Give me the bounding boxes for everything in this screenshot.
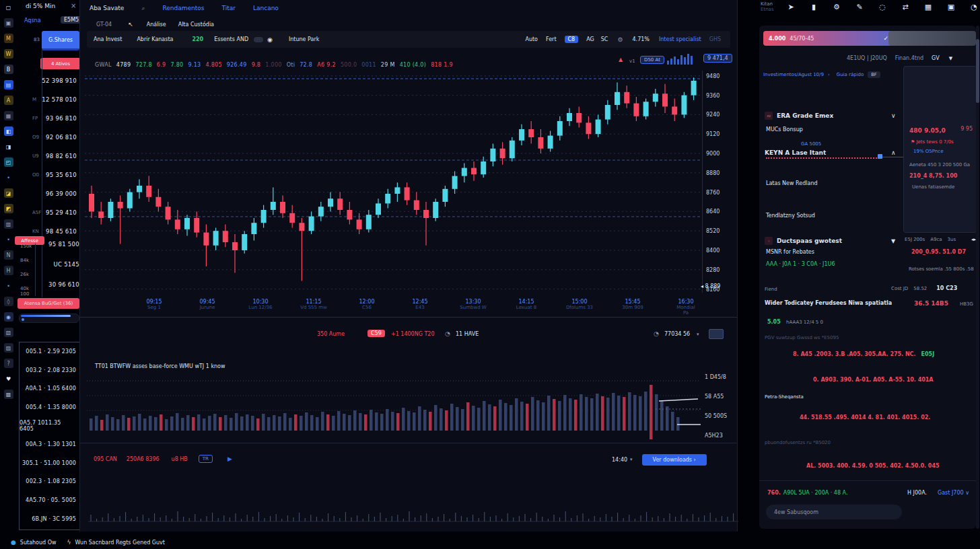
secondary-button[interactable] bbox=[888, 31, 976, 46]
archive-icon[interactable]: ▩ bbox=[4, 390, 13, 399]
table-row[interactable]: 0A5.7 1011.35 6405 bbox=[20, 416, 80, 435]
gear-icon[interactable]: ⚙ bbox=[617, 36, 623, 43]
selected-symbol[interactable]: G.Shares bbox=[42, 31, 79, 50]
search-icon[interactable]: ⌕ bbox=[141, 5, 145, 12]
alerts-icon[interactable]: A bbox=[4, 96, 13, 105]
loader-icon[interactable]: ◌ bbox=[874, 3, 891, 11]
mini-link[interactable]: GA 5005 bbox=[801, 141, 821, 147]
play-icon[interactable]: ▶ bbox=[228, 455, 232, 462]
marker-icon[interactable]: ▮ bbox=[805, 3, 823, 11]
dot1-icon[interactable]: • bbox=[4, 173, 13, 182]
menu-item[interactable]: Titar bbox=[222, 5, 236, 11]
dot2-icon[interactable]: • bbox=[4, 235, 13, 244]
scanner-icon[interactable]: ◰ bbox=[4, 157, 13, 167]
send-icon[interactable]: ➤ bbox=[782, 3, 800, 11]
quote-row[interactable]: O992 06 810 bbox=[18, 128, 79, 147]
toolbar-auto[interactable]: Auto bbox=[525, 36, 538, 42]
tab-item[interactable]: Análise bbox=[147, 22, 166, 28]
positions-icon[interactable]: ◨ bbox=[4, 142, 13, 151]
footer-chip[interactable]: TR bbox=[199, 455, 213, 463]
history-icon[interactable]: H bbox=[4, 266, 13, 275]
menu-item[interactable]: Aba Savate bbox=[90, 5, 124, 11]
edit-icon[interactable]: ✎ bbox=[851, 3, 868, 11]
table-row[interactable]: 005.1 · 2.59 2305 bbox=[20, 342, 80, 361]
gear-icon[interactable]: ⚙ bbox=[828, 3, 845, 11]
grid-icon[interactable]: ▦ bbox=[919, 3, 937, 11]
toolbar-chip[interactable]: C8 bbox=[565, 36, 579, 43]
calc-icon[interactable]: ▧ bbox=[4, 328, 13, 337]
toolbar-item[interactable]: Abrir Kanasta bbox=[137, 36, 173, 42]
guide-link[interactable]: Guia rápido bbox=[837, 72, 864, 77]
home-icon[interactable]: ▣ bbox=[4, 18, 13, 28]
volume-chart[interactable] bbox=[87, 369, 701, 447]
toolbar-link[interactable]: Intest specialist bbox=[659, 36, 701, 42]
investments-link[interactable]: Investimentos/Agust 10/9 bbox=[763, 72, 824, 77]
app-logo-icon[interactable]: ▢ bbox=[4, 3, 13, 12]
slider-handle[interactable] bbox=[878, 154, 882, 159]
toolbar-ag[interactable]: AG bbox=[586, 36, 594, 42]
indicator-chip[interactable]: D50 At bbox=[640, 56, 664, 64]
table-row[interactable]: 4A5.70 · 05. 5005 bbox=[20, 491, 80, 510]
quote-row[interactable]: FP93 96 810 bbox=[18, 109, 79, 128]
candlestick-chart[interactable] bbox=[85, 71, 701, 293]
action-button[interactable]: Atensa BuG/Get (36) bbox=[18, 298, 79, 309]
chevron-down-icon[interactable]: ▼ bbox=[891, 238, 895, 244]
toolbar-fert[interactable]: Fert bbox=[546, 36, 557, 42]
chevron-down-icon[interactable]: ▾ bbox=[630, 457, 633, 462]
gast-select[interactable]: Gast J700 ∨ bbox=[938, 490, 969, 496]
quote-row[interactable]: O095 35 610 bbox=[18, 166, 79, 184]
watch-icon[interactable]: W bbox=[4, 49, 13, 59]
toolbar-item[interactable]: Ana Invest bbox=[94, 36, 122, 42]
close-icon[interactable]: × bbox=[71, 2, 76, 9]
quote-row[interactable]: A5F95 29 410 bbox=[18, 203, 79, 222]
chevron-down-icon[interactable]: ∨ bbox=[891, 112, 896, 119]
section-ducts[interactable]: ◦ Ductspaas gwotest ▼ bbox=[765, 237, 899, 245]
quote-row[interactable]: 52 398 910 bbox=[18, 71, 79, 90]
chevron-up-icon[interactable]: ∧ bbox=[891, 149, 896, 156]
search-input[interactable]: 4ew Sabusqoom bbox=[766, 505, 902, 519]
menu-item[interactable]: Rendamentos bbox=[162, 5, 204, 11]
table-row[interactable]: 305.1 · 51.00 1000 bbox=[20, 454, 80, 473]
table-row[interactable]: 00A.3 · 1.30 1301 bbox=[20, 435, 80, 454]
chart-icon[interactable]: ▤ bbox=[4, 80, 13, 89]
user-icon[interactable]: ◉ bbox=[267, 36, 273, 43]
table-row[interactable]: A0A.1 · 1.05 6400 bbox=[20, 379, 80, 398]
layers-icon[interactable]: ▥ bbox=[4, 219, 13, 229]
time-select[interactable]: 14:40 bbox=[612, 457, 627, 463]
scrollbar-thumb[interactable] bbox=[976, 39, 979, 103]
red-pill[interactable]: 4 Ativos bbox=[40, 58, 81, 69]
table-row[interactable]: 6B.JN · 3C 5995 bbox=[20, 509, 80, 528]
table-row[interactable]: 002.3 · 1.08 2305 bbox=[20, 472, 80, 491]
red-dotted-slider[interactable] bbox=[766, 157, 879, 159]
chevron-down-icon[interactable]: ▼ bbox=[949, 56, 952, 61]
grid-icon[interactable]: ▦ bbox=[4, 111, 13, 120]
tab-item[interactable]: Alta Custódia bbox=[178, 22, 214, 28]
menu-item[interactable]: Lancano bbox=[253, 5, 279, 11]
table-row[interactable]: 003.2 · 2.08 2330 bbox=[20, 361, 80, 380]
markets-icon[interactable]: M bbox=[4, 34, 13, 43]
book-icon[interactable]: B bbox=[4, 65, 13, 74]
wallet-icon[interactable]: ◪ bbox=[4, 188, 13, 198]
docs-icon[interactable]: ▨ bbox=[4, 343, 13, 353]
toolbar-sc[interactable]: SC bbox=[601, 36, 608, 42]
window-icon[interactable]: ▣ bbox=[942, 3, 960, 11]
scrollbar[interactable] bbox=[976, 26, 979, 529]
help-icon[interactable]: ? bbox=[4, 359, 13, 368]
dot3-icon[interactable]: • bbox=[4, 281, 13, 291]
orders-icon[interactable]: ◧ bbox=[4, 126, 13, 136]
heart-icon[interactable]: ♥ bbox=[4, 374, 13, 383]
quote-row[interactable]: M12 578 010 bbox=[18, 90, 79, 109]
toolbar-mid2[interactable]: Intune Park bbox=[289, 36, 319, 42]
quote-row[interactable]: 96 39 000 bbox=[18, 184, 79, 203]
quote-row[interactable]: U998 82 610 bbox=[18, 147, 79, 166]
toggle-switch[interactable] bbox=[254, 37, 263, 42]
buy-order-button[interactable]: 4.000 45/70-45 ✓ bbox=[763, 31, 894, 46]
tab-arrows-icon[interactable]: ◂▸ bbox=[971, 237, 976, 242]
lock-icon[interactable]: ◊ bbox=[4, 297, 13, 306]
chevron-down-icon[interactable]: ▾ bbox=[697, 332, 699, 337]
star-icon[interactable]: ◩ bbox=[4, 204, 13, 213]
download-button[interactable]: Ver downloads › bbox=[642, 454, 707, 466]
section-grade[interactable]: ≈ ERA Grade Emex ∨ bbox=[765, 112, 899, 120]
user-icon[interactable]: ◉ bbox=[4, 312, 13, 322]
clock-icon[interactable]: ◔ bbox=[965, 3, 980, 11]
